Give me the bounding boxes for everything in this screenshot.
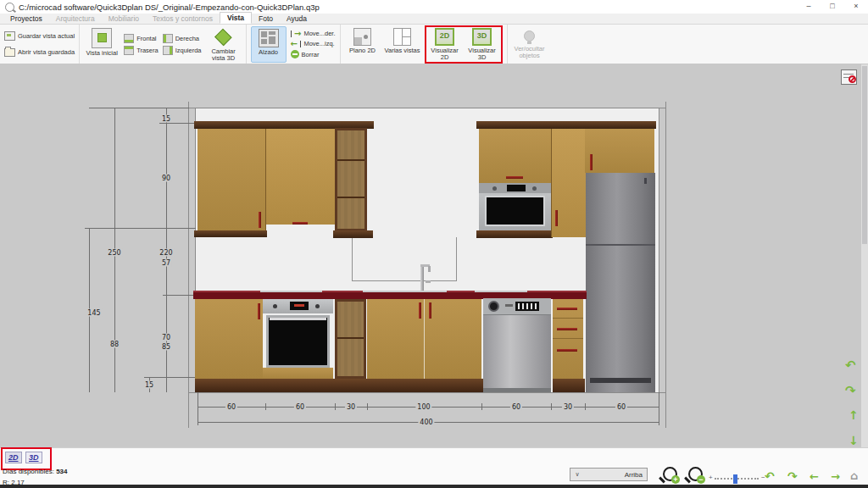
dim-label: 220: [158, 249, 174, 257]
home-view-icon[interactable]: ⌂: [850, 469, 858, 482]
pan-right-icon[interactable]: →: [831, 470, 840, 483]
refrigerator[interactable]: [586, 173, 655, 392]
floor-line: [188, 392, 666, 393]
wall-edge-right-outer: [665, 102, 666, 428]
minimize-button[interactable]: –: [797, 0, 821, 14]
lightbulb-icon: [524, 30, 535, 42]
canvas-scrollbar[interactable]: [861, 64, 868, 447]
tab-mobiliario[interactable]: Mobiliario: [102, 14, 146, 24]
chevron-down-icon: ∨: [570, 471, 584, 478]
status-bar: 2D 3D Días disponibles: 534 R: 2.17 ∨ Ar…: [0, 447, 868, 485]
sink-cabinet[interactable]: [367, 299, 481, 379]
pan-down-icon[interactable]: ↓: [849, 434, 859, 447]
upper-open-shelf-unit[interactable]: [335, 128, 367, 231]
delete-icon: [291, 50, 299, 58]
zoom-slider[interactable]: [715, 478, 759, 480]
dim-ext-cabtop: [159, 123, 198, 124]
base-cabinet-left[interactable]: [195, 299, 263, 379]
dim-label: 85: [160, 343, 172, 351]
multiple-views-icon: [393, 28, 411, 46]
zoom-slider-thumb[interactable]: [733, 474, 737, 484]
countertop-highlight: [260, 291, 322, 292]
built-in-oven[interactable]: [263, 299, 333, 379]
upper-cabinet-door-2[interactable]: [266, 129, 335, 225]
open-view-icon: [4, 48, 15, 57]
right-view-button[interactable]: Derecha: [163, 34, 202, 43]
initial-view-button[interactable]: Vista inicial: [84, 26, 120, 63]
group-saved-views: Guardar vista actual Abrir vista guardad…: [0, 25, 80, 64]
upper-cabinet-door-1[interactable]: [198, 129, 266, 230]
visualize-2d-button[interactable]: 2D Visualizar 2D: [427, 26, 463, 63]
view-direction-dropdown[interactable]: ∨ Arriba: [570, 468, 648, 481]
tab-arquitectura[interactable]: Arquitectura: [49, 14, 102, 24]
base-open-shelf-unit[interactable]: [335, 299, 366, 379]
plinth-right: [553, 379, 585, 392]
move-left-icon: [300, 41, 302, 47]
niche-line-bottom: [352, 280, 457, 281]
tab-vista[interactable]: Vista: [220, 12, 252, 24]
zoom-out-button[interactable]: −: [688, 467, 703, 481]
show-hide-objects-button[interactable]: Ver/ocultar objetos: [512, 26, 548, 63]
visualize-3d-button[interactable]: 3D Visualizar 3D: [465, 26, 500, 63]
multiple-views-button[interactable]: Varias vistas: [385, 26, 420, 63]
drawing-canvas[interactable]: 15 90 250 220 57 145 88 70 85 15 60 60 3…: [0, 64, 868, 447]
move-right-button[interactable]: → Move...der.: [291, 30, 336, 37]
back-view-button[interactable]: Trasera: [124, 46, 159, 55]
niche-line-left: [352, 237, 353, 280]
upper-shelf-bottom-trim: [333, 230, 373, 238]
faucet[interactable]: [420, 264, 432, 291]
left-view-button[interactable]: Izquierda: [163, 46, 202, 55]
tab-ayuda[interactable]: Ayuda: [280, 14, 314, 24]
ribbon-toolbar: Guardar vista actual Abrir vista guardad…: [0, 25, 868, 64]
dim-label: 100: [415, 403, 431, 411]
tilt-down-icon[interactable]: ↶: [765, 469, 775, 483]
pan-left-icon[interactable]: ←: [810, 470, 819, 483]
group-visualize: Plano 2D Varias vistas 2D Visualizar 2D …: [341, 25, 508, 64]
dim-label: 60: [294, 403, 306, 411]
initial-view-icon: [92, 28, 112, 48]
oven-column-door[interactable]: [479, 129, 551, 183]
maximize-button[interactable]: □: [821, 0, 844, 14]
upper-right-bottom-trim: [476, 230, 553, 238]
dim-label: 88: [108, 341, 120, 348]
wall-edge-left-outer: [188, 102, 189, 428]
zoom-in-button[interactable]: +: [663, 467, 677, 481]
move-left-button[interactable]: ← Move...izq.: [291, 40, 336, 47]
move-right-icon: [291, 30, 292, 37]
rotate-cw-icon[interactable]: ↷: [845, 383, 856, 398]
right-view-icon: [163, 34, 173, 43]
locked-furniture-icon[interactable]: [841, 69, 857, 85]
drawer-unit[interactable]: [553, 299, 583, 379]
plan-2d-button[interactable]: Plano 2D: [345, 26, 381, 63]
dishwasher[interactable]: [483, 298, 551, 392]
front-view-button[interactable]: Frontal: [124, 34, 159, 43]
built-in-microwave[interactable]: [479, 183, 551, 232]
window-title: C:/microcad software/Quick3Dplan DS/_Ori…: [19, 3, 320, 12]
cabinet-handle: [429, 302, 431, 319]
zoom-in-plus-icon: +: [671, 475, 680, 484]
back-view-icon: [124, 46, 134, 55]
tab-textos-y-contornos[interactable]: Textos y contornos: [146, 14, 220, 24]
dim-label: 60: [510, 403, 522, 411]
open-saved-view-button[interactable]: Abrir vista guardada: [4, 47, 75, 57]
view-direction-value: Arriba: [584, 471, 647, 479]
over-fridge-cabinet[interactable]: [585, 129, 654, 173]
days-available-label: Días disponibles: 534: [3, 468, 68, 475]
tab-proyectos[interactable]: Proyectos: [3, 14, 49, 24]
change-3d-view-button[interactable]: Cambiar vista 3D: [206, 26, 242, 63]
cabinet-handle: [258, 303, 260, 319]
tilt-up-icon[interactable]: ↷: [787, 469, 798, 483]
save-current-view-button[interactable]: Guardar vista actual: [4, 31, 75, 41]
elevation-button[interactable]: Alzado: [251, 26, 287, 63]
cabinet-handle: [555, 210, 558, 226]
pan-up-icon[interactable]: ↑: [849, 408, 859, 422]
rotate-ccw-icon[interactable]: ↶: [845, 358, 856, 373]
tab-foto[interactable]: Foto: [252, 14, 280, 24]
dim-label: 15: [160, 115, 172, 123]
delete-button[interactable]: Borrar: [291, 50, 336, 58]
cabinet-handle: [506, 176, 523, 179]
dim-label: 57: [160, 259, 172, 267]
dim-label: 60: [225, 403, 237, 411]
close-button[interactable]: ×: [844, 0, 868, 14]
dim-label: 15: [143, 381, 155, 389]
